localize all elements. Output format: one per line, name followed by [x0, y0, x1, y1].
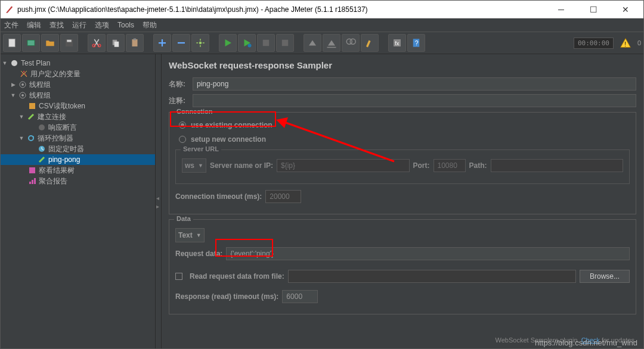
- file-path-input[interactable]: [288, 270, 576, 283]
- server-name-input[interactable]: [277, 159, 410, 172]
- clear-all-icon[interactable]: [323, 34, 340, 52]
- app-icon: [5, 5, 14, 14]
- menu-file[interactable]: 文件: [4, 20, 18, 30]
- data-type-combo[interactable]: Text▼: [175, 228, 205, 242]
- svg-rect-3: [67, 40, 72, 42]
- comment-input[interactable]: [193, 94, 636, 107]
- data-fieldset: Data Text▼ Request data: Read request da…: [169, 219, 636, 314]
- path-label: Path:: [469, 161, 487, 170]
- tree-user-vars[interactable]: 用户定义的变量: [1, 68, 155, 79]
- menu-help[interactable]: 帮助: [143, 20, 157, 30]
- menu-options[interactable]: 选项: [95, 20, 109, 30]
- panel-title: WebSocket request-response Sampler: [169, 60, 636, 70]
- protocol-combo[interactable]: ws▼: [182, 158, 206, 173]
- radio-new[interactable]: setup new connection: [175, 135, 630, 144]
- splitter-left-icon[interactable]: ◂: [156, 195, 161, 200]
- svg-point-23: [21, 83, 24, 86]
- tree-thread-group-1[interactable]: ▶线程组: [1, 79, 155, 90]
- reset-search-icon[interactable]: [361, 34, 379, 52]
- search-icon[interactable]: [342, 34, 360, 52]
- shutdown-icon[interactable]: [276, 34, 294, 52]
- svg-text:!: !: [624, 41, 626, 48]
- tree-connect[interactable]: ▼建立连接: [1, 111, 155, 122]
- close-button[interactable]: ✕: [615, 4, 636, 15]
- tree-csv[interactable]: CSV读取token: [1, 101, 155, 111]
- response-timeout-input[interactable]: [282, 290, 318, 303]
- svg-point-10: [199, 42, 202, 45]
- svg-point-4: [92, 44, 95, 47]
- svg-rect-30: [29, 182, 31, 184]
- svg-rect-26: [29, 103, 35, 109]
- tree-timer[interactable]: 固定定时器: [1, 144, 155, 154]
- svg-text:fx: fx: [395, 40, 400, 46]
- menu-tools[interactable]: Tools: [117, 21, 134, 29]
- maximize-button[interactable]: ☐: [583, 4, 604, 15]
- port-input[interactable]: [434, 159, 466, 172]
- watermark: https://blog.csdn.net/mu_wind: [535, 338, 637, 347]
- timer-display: 00:00:00: [574, 38, 614, 49]
- svg-point-25: [21, 94, 24, 96]
- request-data-input[interactable]: [226, 247, 630, 260]
- server-url-fieldset: Server URL ws▼ Server name or IP: Port: …: [175, 149, 630, 184]
- read-from-file-checkbox[interactable]: [175, 273, 182, 280]
- path-input[interactable]: [491, 159, 624, 172]
- splitter-right-icon[interactable]: ▸: [156, 203, 161, 208]
- copy-icon[interactable]: [107, 34, 125, 52]
- request-data-label: Request data:: [175, 250, 222, 258]
- svg-point-11: [248, 44, 252, 48]
- menu-edit[interactable]: 编辑: [27, 20, 41, 30]
- svg-rect-9: [134, 39, 137, 40]
- svg-rect-7: [114, 42, 119, 47]
- cut-icon[interactable]: [88, 34, 106, 52]
- svg-point-27: [39, 124, 45, 130]
- open-icon[interactable]: [41, 34, 59, 52]
- svg-text:?: ?: [415, 39, 419, 46]
- function-helper-icon[interactable]: fx: [388, 34, 406, 52]
- menu-run[interactable]: 运行: [72, 20, 86, 30]
- stop-icon[interactable]: [257, 34, 275, 52]
- warning-count: 0: [637, 39, 641, 46]
- templates-icon[interactable]: [22, 34, 40, 52]
- tree-root[interactable]: ▼Test Plan: [1, 58, 155, 68]
- conn-timeout-label: Connection timeout (ms):: [175, 192, 262, 201]
- browse-button[interactable]: Browse...: [580, 270, 630, 283]
- sampler-editor: WebSocket request-response Sampler 名称: 注…: [162, 54, 643, 348]
- new-icon[interactable]: [3, 34, 21, 52]
- svg-rect-0: [9, 39, 16, 47]
- name-input[interactable]: [193, 77, 636, 91]
- warning-icon[interactable]: !: [620, 37, 631, 49]
- svg-rect-8: [132, 39, 138, 46]
- minimize-button[interactable]: ─: [550, 4, 572, 15]
- collapse-icon[interactable]: [172, 34, 190, 52]
- comment-label: 注释:: [169, 96, 193, 106]
- tree-ping-pong[interactable]: ping-pong: [1, 154, 155, 165]
- tree-assertion[interactable]: 响应断言: [1, 122, 155, 133]
- help-icon[interactable]: ?: [407, 34, 425, 52]
- test-plan-tree[interactable]: ▼Test Plan 用户定义的变量 ▶线程组 ▼线程组 CSV读取token …: [1, 54, 156, 348]
- svg-rect-12: [263, 40, 270, 46]
- menu-search[interactable]: 查找: [49, 20, 64, 30]
- tree-aggregate[interactable]: 聚合报告: [1, 176, 155, 186]
- connection-fieldset: Connection use existing connection setup…: [169, 112, 636, 214]
- clear-icon[interactable]: [304, 34, 321, 52]
- svg-point-21: [11, 60, 17, 66]
- conn-timeout-input[interactable]: [265, 190, 301, 203]
- paste-icon[interactable]: [126, 34, 144, 52]
- radio-new-dot[interactable]: [179, 136, 186, 143]
- radio-existing[interactable]: use existing connection: [175, 121, 630, 129]
- read-from-file-label: Read request data from file:: [190, 272, 284, 281]
- tree-results-tree[interactable]: 察看结果树: [1, 165, 155, 176]
- start-no-pause-icon[interactable]: [238, 34, 256, 52]
- radio-existing-dot[interactable]: [179, 121, 186, 129]
- save-icon[interactable]: [60, 34, 78, 52]
- start-icon[interactable]: [219, 34, 237, 52]
- server-url-legend: Server URL: [181, 145, 221, 152]
- data-legend: Data: [174, 215, 193, 222]
- tree-thread-group-2[interactable]: ▼线程组: [1, 90, 155, 101]
- toggle-icon[interactable]: [191, 34, 209, 52]
- splitter[interactable]: ◂ ▸: [156, 54, 162, 348]
- tree-loop[interactable]: ▼循环控制器: [1, 133, 155, 144]
- expand-icon[interactable]: [153, 34, 171, 52]
- connection-legend: Connection: [174, 108, 215, 115]
- svg-point-15: [350, 39, 355, 44]
